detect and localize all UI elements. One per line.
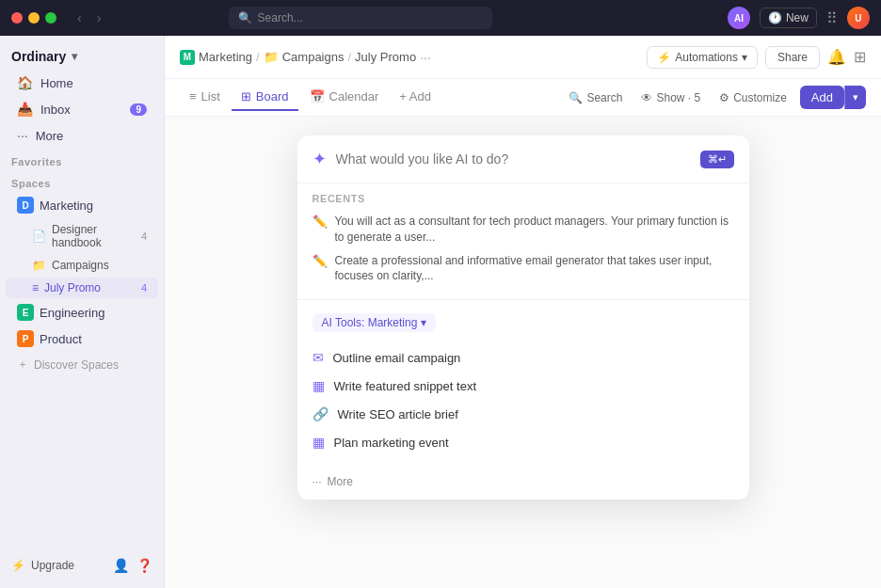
discover-spaces-item[interactable]: ＋ Discover Spaces	[6, 353, 158, 376]
breadcrumb-more[interactable]: ···	[420, 50, 431, 65]
upgrade-icon: ⚡	[11, 559, 25, 572]
ai-panel: ✦ ⌘↵ Recents ✏️ You will act as a consul…	[297, 135, 749, 500]
sep-2: /	[347, 50, 351, 64]
folder-icon: 📁	[264, 50, 279, 64]
sidebar-item-more[interactable]: ··· More	[6, 123, 158, 148]
main-content: M Marketing / 📁 Campaigns / July Promo ·…	[165, 36, 881, 588]
close-button[interactable]	[11, 12, 23, 24]
forward-button[interactable]: ›	[91, 8, 107, 27]
sidebar-footer: ⚡ Upgrade 👤 ❓	[0, 550, 164, 580]
add-caret-button[interactable]: ▾	[844, 86, 866, 109]
user-icon[interactable]: 👤	[113, 558, 129, 573]
sidebar-item-home[interactable]: 🏠 Home	[6, 71, 158, 95]
share-button[interactable]: Share	[765, 46, 820, 69]
topbar-actions: ⚡ Automations ▾ Share 🔔 ⊞	[647, 46, 866, 69]
grid-icon[interactable]: ⠿	[826, 9, 838, 27]
marketing-badge: D	[17, 197, 34, 214]
search-icon: 🔍	[238, 11, 252, 24]
ai-more-row[interactable]: ··· More	[297, 468, 749, 500]
plus-icon: ＋	[17, 357, 28, 373]
eye-icon: 👁	[641, 91, 652, 104]
inbox-icon: 📥	[17, 102, 33, 117]
tab-add[interactable]: + Add	[390, 84, 440, 111]
search-icon: 🔍	[569, 91, 583, 104]
link-icon: 🔗	[312, 406, 328, 421]
breadcrumb: M Marketing / 📁 Campaigns / July Promo ·…	[180, 50, 431, 65]
upgrade-button[interactable]: ⚡ Upgrade	[11, 559, 105, 572]
sidebar-item-product[interactable]: P Product	[6, 326, 158, 351]
sidebar-item-july-promo[interactable]: ≡ July Promo 4	[6, 278, 158, 298]
marketing-icon: M	[180, 50, 195, 65]
customize-action[interactable]: ⚙ Customize	[713, 87, 793, 108]
notification-icon[interactable]: 🔔	[827, 48, 846, 66]
spaces-label: Spaces	[0, 170, 164, 192]
email-icon: ✉	[312, 350, 324, 365]
app-body: Ordinary ▾ 🏠 Home 📥 Inbox 9 ··· More Fav…	[0, 36, 881, 588]
topbar: M Marketing / 📁 Campaigns / July Promo ·…	[165, 36, 881, 79]
recent-item-1[interactable]: ✏️ You will act as a consultant for tech…	[312, 210, 734, 249]
ai-action-seo[interactable]: 🔗 Write SEO article brief	[312, 400, 734, 428]
add-main-button[interactable]: Add	[800, 86, 844, 109]
recents-label: Recents	[312, 193, 734, 204]
ai-action-outline-email[interactable]: ✉ Outline email campaign	[312, 343, 734, 372]
chevron-down-icon: ▾	[72, 50, 77, 63]
ai-action-plan-event[interactable]: ▦ Plan marketing event	[312, 428, 734, 456]
ai-input[interactable]	[336, 151, 691, 167]
automations-icon: ⚡	[657, 51, 671, 64]
sidebar: Ordinary ▾ 🏠 Home 📥 Inbox 9 ··· More Fav…	[0, 36, 165, 588]
sidebar-item-engineering[interactable]: E Engineering	[6, 300, 158, 325]
automations-button[interactable]: ⚡ Automations ▾	[647, 46, 758, 69]
tools-chevron-icon: ▾	[421, 316, 426, 329]
show-action[interactable]: 👁 Show · 5	[635, 87, 706, 108]
snippet-icon: ▦	[312, 378, 325, 393]
ai-sparkle-icon: ✦	[312, 149, 327, 169]
search-action[interactable]: 🔍 Search	[563, 87, 628, 108]
titlebar: ‹ › 🔍 Search... AI 🕐 New ⠿ U	[0, 0, 881, 36]
inbox-badge: 9	[130, 103, 147, 116]
window-controls	[11, 12, 56, 24]
sep-1: /	[256, 50, 260, 64]
recent-item-2[interactable]: ✏️ Create a professional and informative…	[312, 249, 734, 289]
add-button-group: Add ▾	[800, 86, 866, 109]
search-placeholder: Search...	[258, 11, 303, 24]
sidebar-item-campaigns[interactable]: 📁 Campaigns	[6, 255, 158, 276]
titlebar-right: AI 🕐 New ⠿ U	[728, 7, 870, 29]
help-icon[interactable]: ❓	[136, 558, 152, 573]
breadcrumb-campaigns[interactable]: 📁 Campaigns	[264, 50, 344, 64]
sidebar-item-marketing[interactable]: D Marketing	[6, 193, 158, 217]
home-icon: 🏠	[17, 75, 33, 90]
search-bar[interactable]: 🔍 Search...	[229, 7, 492, 29]
minimize-button[interactable]	[28, 12, 40, 24]
pencil-icon: ✏️	[312, 215, 328, 229]
calendar-tab-icon: 📅	[310, 89, 325, 103]
ai-tools-badge[interactable]: AI Tools: Marketing ▾	[312, 313, 437, 332]
breadcrumb-marketing[interactable]: M Marketing	[180, 50, 252, 65]
favorites-label: Favorites	[0, 149, 164, 170]
clock-icon: 🕐	[768, 11, 782, 24]
folder-icon: 📁	[32, 259, 46, 272]
tab-list[interactable]: ≡ List	[180, 84, 230, 111]
settings-icon: ⚙	[719, 91, 729, 104]
breadcrumb-july-promo[interactable]: July Promo	[355, 50, 416, 64]
layout-icon[interactable]: ⊞	[854, 48, 866, 66]
board-tab-icon: ⊞	[241, 89, 251, 103]
ai-action-featured-snippet[interactable]: ▦ Write featured snippet text	[312, 372, 734, 400]
list-icon: ≡	[32, 281, 39, 294]
recents-section: Recents ✏️ You will act as a consultant …	[297, 183, 749, 294]
tab-calendar[interactable]: 📅 Calendar	[300, 84, 389, 111]
sidebar-item-inbox[interactable]: 📥 Inbox 9	[6, 97, 158, 121]
product-badge: P	[17, 330, 34, 347]
user-avatar[interactable]: U	[847, 7, 870, 29]
workspace-selector[interactable]: Ordinary ▾	[0, 43, 164, 70]
back-button[interactable]: ‹	[72, 8, 88, 27]
new-button[interactable]: 🕐 New	[760, 8, 817, 28]
tab-board[interactable]: ⊞ Board	[232, 84, 298, 111]
chevron-down-icon: ▾	[742, 51, 747, 64]
ai-keyboard-shortcut: ⌘↵	[700, 151, 734, 168]
sidebar-item-designer-handbook[interactable]: 📄 Designer handbook 4	[6, 219, 158, 253]
workspace-name: Ordinary	[11, 49, 66, 64]
ai-input-row: ✦ ⌘↵	[297, 135, 749, 183]
ai-badge[interactable]: AI	[728, 7, 750, 29]
maximize-button[interactable]	[45, 12, 56, 24]
list-tab-icon: ≡	[189, 89, 197, 103]
